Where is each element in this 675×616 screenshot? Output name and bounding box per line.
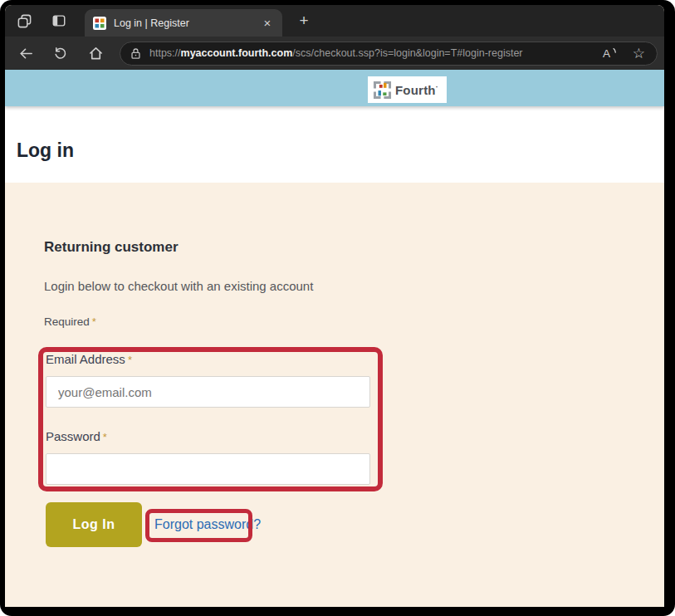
returning-customer-subtext: Login below to checkout with an existing…: [44, 279, 313, 293]
back-icon[interactable]: [13, 41, 38, 66]
login-section: Returning customer Login below to checko…: [5, 183, 664, 607]
password-required-asterisk: *: [103, 431, 107, 443]
fourth-logo[interactable]: Fourth·: [368, 76, 447, 103]
page-title: Log in: [17, 139, 74, 162]
read-aloud-icon[interactable]: A: [601, 46, 619, 61]
url-scheme: https://: [149, 47, 181, 59]
required-note: Required*: [44, 315, 96, 328]
forgot-password-link[interactable]: Forgot password?: [154, 517, 261, 532]
browser-window: Log in | Register × +: [0, 0, 675, 616]
navigation-bar: https://myaccount.fourth.com/scs/checkou…: [5, 37, 664, 70]
tab-strip: Log in | Register × +: [5, 5, 664, 37]
refresh-icon[interactable]: [48, 41, 73, 66]
page-header-section: Log in: [5, 106, 664, 183]
log-in-button[interactable]: Log In: [46, 502, 142, 547]
password-field[interactable]: [46, 453, 370, 485]
lock-icon: [130, 47, 141, 60]
browser-content: Log in | Register × +: [5, 5, 664, 607]
site-header: Fourth·: [5, 70, 664, 106]
brand-trademark: ·: [436, 83, 438, 91]
fourth-logo-icon: [373, 81, 392, 100]
password-label: Password*: [46, 429, 107, 443]
svg-text:A: A: [603, 47, 610, 60]
favorite-star-icon[interactable]: ☆: [633, 46, 645, 61]
address-bar[interactable]: https://myaccount.fourth.com/scs/checkou…: [120, 42, 658, 66]
tab-title: Log in | Register: [114, 17, 259, 29]
tab-favicon-icon: [93, 17, 106, 30]
email-label: Email Address*: [46, 352, 132, 366]
returning-customer-heading: Returning customer: [44, 239, 179, 256]
url-path: /scs/checkout.ssp?is=login&login=T#login…: [292, 47, 522, 59]
browser-tab[interactable]: Log in | Register ×: [85, 9, 282, 37]
email-field[interactable]: [46, 376, 370, 408]
address-bar-actions: A ☆: [601, 46, 645, 61]
tab-actions-icon[interactable]: [46, 9, 71, 32]
required-asterisk: *: [92, 315, 96, 328]
url-domain: myaccount.fourth.com: [181, 47, 293, 59]
brand-name: Fourth·: [395, 83, 438, 97]
workspaces-icon[interactable]: [12, 9, 37, 32]
new-tab-button[interactable]: +: [292, 9, 315, 32]
url-text: https://myaccount.fourth.com/scs/checkou…: [149, 47, 523, 59]
tab-close-icon[interactable]: ×: [259, 15, 276, 32]
email-required-asterisk: *: [128, 354, 132, 366]
home-icon[interactable]: [83, 41, 108, 66]
